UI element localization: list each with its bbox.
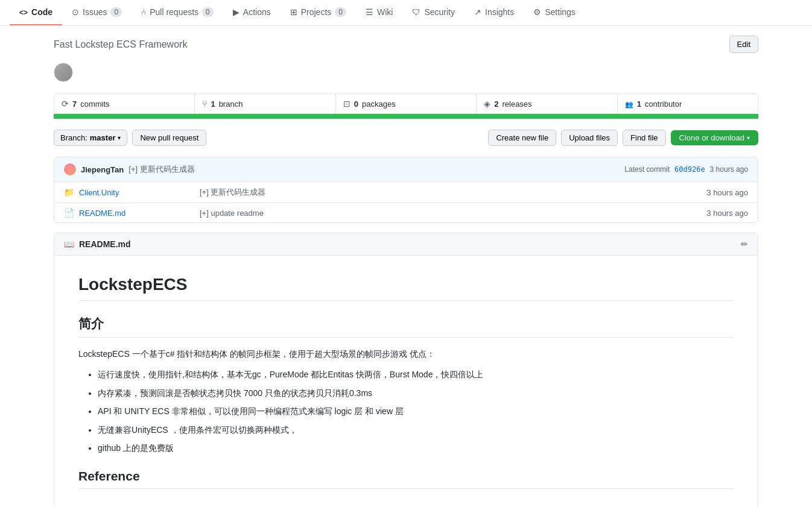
file-commit-msg: [+] 更新代码生成器 <box>200 187 706 198</box>
tab-settings-label: Settings <box>545 7 576 17</box>
file-time: 3 hours ago <box>706 209 748 218</box>
create-new-file-button[interactable]: Create new file <box>488 130 556 146</box>
tab-code[interactable]: Code <box>10 0 62 25</box>
stat-contributors[interactable]: 1 contributor <box>618 94 758 113</box>
commits-icon <box>62 99 69 109</box>
list-item: github 上的是免费版 <box>98 441 734 455</box>
branches-label: branch <box>219 99 243 109</box>
security-icon <box>412 7 420 17</box>
latest-commit-label: Latest commit <box>624 165 670 174</box>
issue-icon <box>72 7 79 17</box>
find-file-button[interactable]: Find file <box>623 130 666 146</box>
pr-badge: 0 <box>202 7 214 17</box>
branch-select-button[interactable]: Branch: master <box>54 130 127 146</box>
file-name[interactable]: Client.Unity <box>79 188 200 197</box>
tab-projects[interactable]: Projects 0 <box>281 0 356 25</box>
pr-icon <box>141 7 146 17</box>
commit-avatar <box>64 163 76 175</box>
tab-settings[interactable]: Settings <box>524 0 585 25</box>
commits-label: commits <box>80 99 109 109</box>
readme-title-text: README.md <box>79 239 131 249</box>
tag-icon <box>484 99 490 109</box>
readme-intro-p: LockstepECS 一个基于c# 指针和结构体 的帧同步框架，使用于超大型场… <box>78 347 734 361</box>
code-icon <box>19 7 28 17</box>
edit-button[interactable]: Edit <box>729 36 758 53</box>
file-commit-msg: [+] update readme <box>200 209 706 218</box>
insights-icon <box>474 7 481 17</box>
clone-or-download-button[interactable]: Clone or download <box>671 130 758 145</box>
packages-label: packages <box>362 99 396 109</box>
readme-h2-reference: Reference <box>78 469 734 489</box>
book-icon <box>64 239 74 249</box>
list-item: 无缝兼容UnityECS ，使用条件宏可以切换两种模式， <box>98 423 734 436</box>
readme-title: README.md <box>64 239 131 249</box>
package-icon <box>343 99 350 109</box>
branch-icon <box>202 99 207 109</box>
tab-code-label: Code <box>31 7 52 17</box>
commit-author[interactable]: JiepengTan <box>81 165 124 174</box>
wiki-icon <box>366 7 373 17</box>
commits-count: 7 <box>72 99 77 109</box>
tab-projects-label: Projects <box>301 7 332 17</box>
repo-nav: Code Issues 0 Pull requests 0 Actions Pr… <box>0 0 812 26</box>
actions-icon <box>233 7 239 17</box>
commit-header: JiepengTan [+] 更新代码生成器 Latest commit 60d… <box>54 157 758 182</box>
list-item: API 和 UNITY ECS 非常相似，可以使用同一种编程范式来编写 logi… <box>98 405 734 418</box>
main-content: Fast Lockstep ECS Framework Edit 7 commi… <box>44 26 768 507</box>
commit-header-left: JiepengTan [+] 更新代码生成器 <box>64 163 195 175</box>
action-bar: Branch: master New pull request Create n… <box>54 124 758 152</box>
tab-issues-label: Issues <box>83 7 107 17</box>
projects-badge: 0 <box>335 7 346 17</box>
settings-icon <box>533 7 541 17</box>
action-bar-left: Branch: master New pull request <box>54 130 206 146</box>
branch-name: master <box>90 133 116 142</box>
readme-h1: LockstepECS <box>78 275 734 301</box>
tab-insights[interactable]: Insights <box>465 0 524 25</box>
tab-security-label: Security <box>424 7 455 17</box>
contributors-label: contributor <box>645 99 682 109</box>
commit-time: 3 hours ago <box>710 165 748 174</box>
file-table: JiepengTan [+] 更新代码生成器 Latest commit 60d… <box>54 157 758 223</box>
readme-bullets: 运行速度快，使用指针,和结构体，基本无gc，PureMode 都比Entitas… <box>78 368 734 455</box>
stat-packages[interactable]: 0 packages <box>336 94 477 113</box>
tab-insights-label: Insights <box>485 7 514 17</box>
branch-label: Branch: <box>60 133 87 142</box>
commit-header-right: Latest commit 60d926e 3 hours ago <box>624 165 748 174</box>
releases-count: 2 <box>494 99 498 109</box>
pencil-icon[interactable] <box>741 239 748 249</box>
packages-count: 0 <box>354 99 358 109</box>
new-pull-request-button[interactable]: New pull request <box>132 130 206 146</box>
tab-pull-requests[interactable]: Pull requests 0 <box>132 0 223 25</box>
stat-commits[interactable]: 7 commits <box>54 94 195 113</box>
table-row: README.md [+] update readme 3 hours ago <box>54 203 758 222</box>
tab-issues[interactable]: Issues 0 <box>62 0 132 25</box>
releases-label: releases <box>502 99 531 109</box>
list-item: 内存紧凑，预测回滚是否帧状态拷贝快 7000 只鱼的状态拷贝只消耗0.3ms <box>98 386 734 400</box>
readme-body: LockstepECS 简介 LockstepECS 一个基于c# 指针和结构体… <box>54 256 758 507</box>
upload-files-button[interactable]: Upload files <box>561 130 618 146</box>
tab-wiki[interactable]: Wiki <box>356 0 402 25</box>
commit-message: [+] 更新代码生成器 <box>128 164 194 175</box>
folder-icon <box>64 187 74 197</box>
list-item: 运行速度快，使用指针,和结构体，基本无gc，PureMode 都比Entitas… <box>98 368 734 381</box>
readme-section: README.md LockstepECS 简介 LockstepECS 一个基… <box>54 233 758 507</box>
projects-icon <box>290 7 297 17</box>
avatar[interactable] <box>54 63 73 82</box>
language-bar <box>54 114 758 119</box>
tab-actions[interactable]: Actions <box>223 0 281 25</box>
action-bar-right: Create new file Upload files Find file C… <box>488 130 758 146</box>
tab-actions-label: Actions <box>243 7 271 17</box>
tab-security[interactable]: Security <box>402 0 465 25</box>
file-time: 3 hours ago <box>706 188 748 197</box>
tab-wiki-label: Wiki <box>377 7 393 17</box>
people-icon <box>625 99 633 109</box>
file-name[interactable]: README.md <box>79 209 200 218</box>
stat-branches[interactable]: 1 branch <box>195 94 335 113</box>
stat-releases[interactable]: 2 releases <box>477 94 617 113</box>
tab-pr-label: Pull requests <box>150 7 198 17</box>
commit-hash[interactable]: 60d926e <box>674 165 705 174</box>
repo-description-row: Fast Lockstep ECS Framework Edit <box>54 36 758 53</box>
avatar-row <box>54 63 758 84</box>
repo-description-text: Fast Lockstep ECS Framework <box>54 39 187 50</box>
file-icon <box>64 208 74 218</box>
